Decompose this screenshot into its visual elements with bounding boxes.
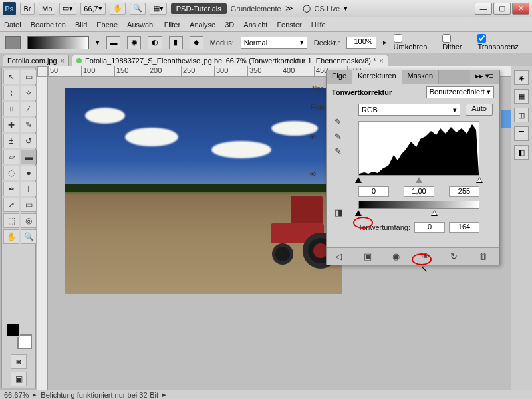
blur-tool[interactable]: ◌ <box>3 166 19 180</box>
visibility-icon[interactable]: 👁 <box>309 133 317 141</box>
pen-tool[interactable]: ✒ <box>3 182 19 196</box>
bridge-button[interactable]: Br <box>20 3 35 15</box>
clip-icon[interactable]: ▣ <box>364 251 376 262</box>
opacity-input[interactable]: 100% <box>346 37 376 49</box>
black-eyedropper-icon[interactable]: ✎ <box>334 117 348 128</box>
dither-checkbox[interactable]: Dither <box>442 34 471 51</box>
channels-panel-icon[interactable]: ▦ <box>514 89 529 104</box>
tutorial-tag[interactable]: PSD-Tutorials <box>171 3 227 14</box>
menu-fenster[interactable]: Fenster <box>277 21 301 29</box>
eyedropper-tool[interactable]: ⁄ <box>21 102 37 116</box>
marquee-tool[interactable]: ▭ <box>21 70 37 84</box>
zoom-level-dropdown[interactable]: 66,7 ▾ <box>80 3 105 15</box>
gradient-reflected-button[interactable]: ▮ <box>169 36 183 49</box>
output-white-handle[interactable] <box>431 210 438 216</box>
channel-dropdown[interactable]: RGB▾ <box>358 104 460 116</box>
crop-tool[interactable]: ⌗ <box>3 102 19 116</box>
path-tool[interactable]: ↗ <box>3 198 19 212</box>
styles-panel-icon[interactable]: ◧ <box>514 145 529 160</box>
arrange-button[interactable]: ▦▾ <box>150 3 167 15</box>
close-icon[interactable]: × <box>61 57 65 65</box>
layers-panel-icon[interactable]: ◈ <box>514 70 529 85</box>
dodge-tool[interactable]: ● <box>21 166 37 180</box>
blend-mode-dropdown[interactable]: Normal▾ <box>241 37 307 49</box>
menu-datei[interactable]: Datei <box>4 21 21 29</box>
lasso-tool[interactable]: ⌇ <box>3 86 19 100</box>
menu-bearbeiten[interactable]: Bearbeiten <box>31 21 66 29</box>
type-tool[interactable]: T <box>21 182 37 196</box>
white-point-handle[interactable] <box>476 177 483 183</box>
magic-wand-tool[interactable]: ✧ <box>21 86 37 100</box>
gamma-handle[interactable] <box>416 177 422 183</box>
maximize-button[interactable]: ▢ <box>493 3 511 15</box>
document-tab-1[interactable]: Fotolia.com.jpg× <box>3 55 69 66</box>
eraser-tool[interactable]: ▱ <box>3 150 19 164</box>
hand-tool-button[interactable]: ✋ <box>110 3 126 15</box>
white-input[interactable]: 255 <box>449 186 479 197</box>
foreground-color-swatch[interactable] <box>5 323 20 337</box>
menu-auswahl[interactable]: Auswahl <box>127 21 155 29</box>
color-swatches[interactable] <box>4 323 33 349</box>
menu-filter[interactable]: Filter <box>164 21 180 29</box>
visibility-icon[interactable]: 👁 <box>309 170 317 178</box>
tab-eigenschaften[interactable]: Eige <box>327 70 352 84</box>
stamp-tool[interactable]: ± <box>3 134 19 148</box>
menu-ansicht[interactable]: Ansicht <box>243 21 267 29</box>
quickmask-button[interactable]: ◙ <box>11 354 27 369</box>
reset-icon[interactable]: ↻ <box>450 251 462 262</box>
reverse-checkbox[interactable]: Umkehren <box>394 34 436 51</box>
3d-tool[interactable]: ⬚ <box>3 213 19 228</box>
zoom-tool[interactable]: 🔍 <box>21 229 37 244</box>
dropdown-icon[interactable]: ▾ <box>96 38 100 47</box>
view-prev-icon[interactable]: ◉ <box>392 251 404 262</box>
shape-tool[interactable]: ▭ <box>21 198 37 212</box>
tool-preset-picker[interactable] <box>5 36 21 49</box>
move-tool[interactable]: ↖ <box>3 70 19 84</box>
delete-icon[interactable]: 🗑 <box>479 251 491 262</box>
cslive-button[interactable]: CS Live <box>315 5 340 13</box>
white-eyedropper-icon[interactable]: ✎ <box>334 146 348 157</box>
gray-eyedropper-icon[interactable]: ✎ <box>334 132 348 142</box>
workspace-chevron-icon[interactable]: ≫ <box>285 4 293 13</box>
close-icon[interactable]: × <box>379 57 383 65</box>
panel-menu-icon[interactable]: ▸▸ ▾≡ <box>470 70 499 84</box>
auto-button[interactable]: Auto <box>466 104 493 116</box>
history-brush-tool[interactable]: ↺ <box>21 134 37 148</box>
ruler-origin[interactable] <box>37 66 48 77</box>
document-tab-2[interactable]: Fotolia_19883727_S_Elenathewise.jpg bei … <box>72 55 388 66</box>
screen-mode-button[interactable]: ▭▾ <box>59 3 76 15</box>
history-panel-icon[interactable]: ☰ <box>514 126 529 141</box>
menu-ebene[interactable]: Ebene <box>96 21 118 29</box>
menu-bild[interactable]: Bild <box>75 21 87 29</box>
gradient-radial-button[interactable]: ◉ <box>127 36 141 49</box>
minibridge-button[interactable]: Mb <box>39 3 55 15</box>
hand-tool[interactable]: ✋ <box>3 229 19 244</box>
toggle-vis-icon[interactable]: 👁 <box>422 251 434 262</box>
menu-hilfe[interactable]: Hilfe <box>311 21 326 29</box>
ruler-vertical[interactable] <box>37 77 48 390</box>
close-button[interactable]: ✕ <box>512 3 529 15</box>
preset-dropdown[interactable]: Benutzerdefiniert ▾ <box>426 86 494 98</box>
tab-masken[interactable]: Masken <box>402 70 440 84</box>
paths-panel-icon[interactable]: ◫ <box>514 108 529 122</box>
gradient-angle-button[interactable]: ◐ <box>148 36 162 49</box>
zoom-tool-button[interactable]: 🔍 <box>130 3 146 15</box>
gradient-diamond-button[interactable]: ◆ <box>190 36 203 49</box>
workspace-name[interactable]: Grundelemente <box>231 5 281 13</box>
transparency-checkbox[interactable]: Transparenz <box>477 34 527 51</box>
target-colors-icon[interactable]: ◨ <box>334 207 348 218</box>
camera-tool[interactable]: ◎ <box>21 213 37 228</box>
gradient-preview[interactable] <box>27 36 89 49</box>
output-black-handle[interactable] <box>355 210 362 216</box>
gradient-tool[interactable]: ▬ <box>21 150 37 164</box>
output-white-input[interactable]: 164 <box>449 222 479 233</box>
output-levels-slider[interactable] <box>358 210 479 218</box>
menu-analyse[interactable]: Analyse <box>190 21 215 29</box>
zoom-readout[interactable]: 66,67% <box>4 391 29 399</box>
black-point-handle[interactable] <box>355 177 362 183</box>
black-input[interactable]: 0 <box>358 186 389 197</box>
input-levels-slider[interactable] <box>358 177 479 185</box>
tab-korrekturen[interactable]: Korrekturen <box>352 70 402 84</box>
screenmode-button[interactable]: ▣ <box>11 372 27 386</box>
gradient-linear-button[interactable]: ▬ <box>106 36 120 49</box>
